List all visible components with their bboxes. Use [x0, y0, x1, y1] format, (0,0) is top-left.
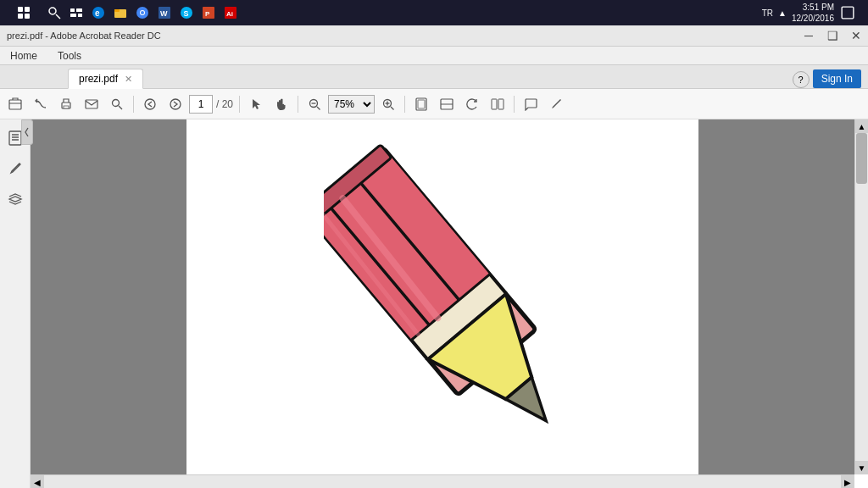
svg-rect-30 [86, 100, 97, 108]
page-sep: / 20 [214, 98, 235, 110]
close-button[interactable]: ✕ [844, 25, 868, 47]
next-page-button[interactable] [164, 92, 187, 116]
prev-page-button[interactable] [138, 92, 162, 116]
pencil-illustration [324, 119, 561, 474]
notification-icon[interactable] [839, 4, 856, 21]
svg-text:Ai: Ai [226, 10, 233, 18]
horizontal-scrollbar[interactable]: ◀ ▶ [31, 474, 854, 488]
svg-point-16 [141, 11, 144, 14]
svg-rect-13 [114, 9, 120, 12]
notification-area: TR ▲ 3:51 PM 12/20/2016 [757, 2, 861, 24]
help-button[interactable]: ? [793, 71, 810, 88]
start-button[interactable] [7, 0, 41, 25]
zoom-select[interactable]: 75%50%100%125%150% [328, 95, 375, 114]
word-icon[interactable]: W [156, 4, 173, 21]
explorer-icon[interactable] [112, 4, 129, 21]
svg-rect-46 [492, 99, 497, 109]
svg-rect-1 [25, 7, 30, 12]
undo-button[interactable] [29, 92, 53, 116]
annotation-panel-icon[interactable] [3, 157, 27, 180]
svg-point-4 [49, 8, 56, 14]
scroll-right-button[interactable]: ▶ [841, 475, 854, 488]
comment-button[interactable] [519, 92, 542, 116]
svg-line-36 [317, 107, 320, 110]
sep3 [298, 96, 298, 113]
select-tool-button[interactable] [244, 92, 268, 116]
svg-text:W: W [160, 9, 168, 18]
annotate-tool-button[interactable] [544, 92, 568, 116]
svg-rect-43 [418, 100, 425, 108]
two-page-button[interactable] [486, 92, 509, 116]
acrobat-icon[interactable]: Ai [222, 4, 239, 21]
scroll-down-button[interactable]: ▼ [855, 461, 868, 474]
svg-line-5 [56, 14, 60, 19]
svg-point-31 [113, 99, 120, 106]
chrome-icon[interactable] [134, 4, 151, 21]
scroll-up-button[interactable]: ▲ [855, 119, 868, 133]
powerpoint-icon[interactable]: P [200, 4, 217, 21]
svg-text:P: P [205, 10, 210, 18]
top-nav: Home Tools [0, 47, 868, 65]
svg-rect-47 [498, 99, 504, 109]
open-button[interactable] [3, 92, 27, 116]
left-sidebar [0, 119, 31, 488]
search-taskbar-icon[interactable] [46, 4, 63, 21]
page-number-input[interactable]: 1 [189, 95, 213, 114]
svg-rect-3 [25, 14, 30, 19]
clock: 3:51 PM 12/20/2016 [792, 2, 834, 24]
tab-row: prezi.pdf ✕ ? Sign In [0, 65, 868, 89]
svg-rect-2 [18, 14, 23, 19]
svg-text:S: S [184, 9, 189, 18]
time-display: 3:51 PM [792, 2, 834, 13]
svg-rect-28 [64, 105, 69, 108]
hand-tool-button[interactable] [270, 92, 293, 116]
fit-width-button[interactable] [435, 92, 459, 116]
svg-rect-6 [70, 8, 75, 12]
minimize-button[interactable]: ─ [797, 25, 821, 47]
tab-label: prezi.pdf [79, 73, 118, 85]
sep4 [404, 96, 405, 113]
svg-text:e: e [95, 8, 100, 18]
layers-panel-icon[interactable] [3, 187, 27, 211]
svg-line-32 [119, 106, 122, 109]
rotate-button[interactable] [460, 92, 484, 116]
content-area [31, 119, 854, 474]
pdf-page [186, 119, 698, 474]
sep1 [133, 96, 134, 113]
nav-home[interactable]: Home [0, 47, 47, 65]
zoom-in-button[interactable] [376, 92, 400, 116]
left-panel-toggle[interactable] [21, 119, 33, 145]
nav-tools[interactable]: Tools [47, 47, 92, 65]
print-button[interactable] [54, 92, 78, 116]
edge-icon[interactable]: e [90, 4, 107, 21]
vertical-scrollbar[interactable]: ▲ ▼ [854, 119, 868, 474]
date-display: 12/20/2016 [792, 13, 834, 24]
taskbar-left: e W S P Ai [7, 0, 239, 25]
sign-in-button[interactable]: Sign In [813, 69, 861, 88]
zoom-out-button[interactable] [303, 92, 326, 116]
window-controls: ─ ❑ ✕ [797, 25, 868, 47]
svg-rect-7 [76, 8, 82, 12]
svg-line-39 [391, 107, 394, 110]
task-view-icon[interactable] [68, 4, 85, 21]
svg-rect-8 [70, 14, 76, 17]
tab-close-icon[interactable]: ✕ [125, 74, 132, 85]
svg-rect-48 [9, 131, 21, 145]
svg-point-34 [170, 99, 181, 109]
sys-tray-text: TR [762, 8, 773, 18]
tab-prezi-pdf[interactable]: prezi.pdf ✕ [68, 69, 143, 89]
fit-page-button[interactable] [409, 92, 433, 116]
svg-line-49 [18, 164, 19, 165]
scroll-left-button[interactable]: ◀ [31, 475, 44, 488]
maximize-button[interactable]: ❑ [821, 25, 844, 47]
search-button[interactable] [105, 92, 129, 116]
skype-icon[interactable]: S [178, 4, 195, 21]
sys-tray-expand[interactable]: ▲ [778, 8, 787, 18]
taskbar: e W S P Ai TR ▲ 3:51 PM 12/20/2016 [0, 0, 868, 25]
scroll-thumb[interactable] [856, 133, 867, 184]
svg-rect-25 [842, 7, 854, 19]
svg-rect-0 [18, 7, 23, 12]
titlebar-text: prezi.pdf - Adobe Acrobat Reader DC [0, 30, 797, 41]
svg-rect-9 [78, 14, 82, 17]
email-button[interactable] [80, 92, 103, 116]
